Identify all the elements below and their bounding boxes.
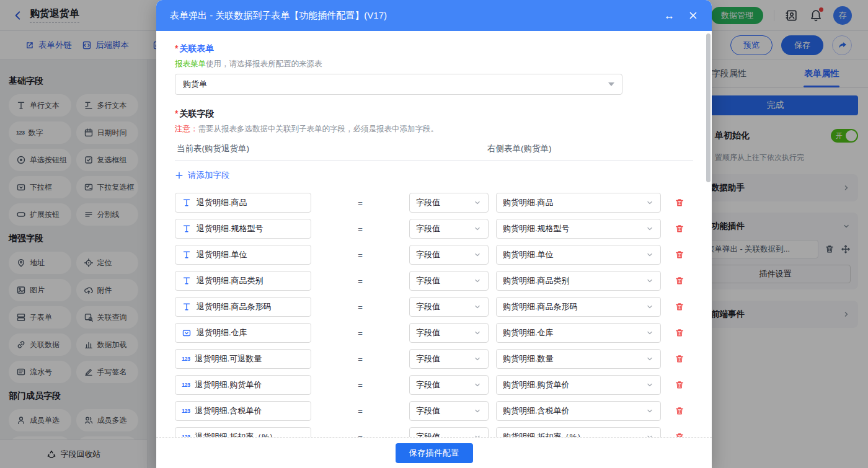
right-field-select[interactable]: 购货明细.数量 [496,349,661,369]
text-field-icon [182,276,192,286]
left-field-value: 退货明细.商品类别 [197,275,264,286]
delete-row-icon[interactable] [675,302,684,312]
text-field-icon [182,250,192,260]
field-mapping-row: 123 退货明细.购货单价 = 字段值 购货明细.购货单价 [175,375,693,395]
related-form-help: 报表菜单使用，请选择报表所配置的来源表 [175,59,693,69]
expand-icon[interactable]: ↔ [664,11,675,21]
right-field-select[interactable]: 购货明细.商品类别 [496,271,661,291]
chevron-down-icon [473,224,482,233]
equals-operator: = [311,276,409,286]
left-field-value: 退货明细.单位 [197,249,247,260]
left-field-input[interactable]: 退货明细.商品 [175,193,311,213]
value-type-select[interactable]: 字段值 [409,323,489,343]
modal-scrollbar-thumb[interactable] [706,33,711,182]
delete-row-icon[interactable] [675,354,684,364]
delete-row-icon[interactable] [675,328,684,338]
value-type-select[interactable]: 字段值 [409,401,489,421]
left-field-value: 退货明细.规格型号 [197,223,264,234]
chevron-down-icon [473,433,482,437]
right-field-select[interactable]: 购货明细.仓库 [496,323,661,343]
equals-operator: = [311,198,409,208]
value-type-select[interactable]: 字段值 [409,193,489,213]
right-field-select[interactable]: 购货明细.商品条形码 [496,297,661,317]
chevron-down-icon [473,198,482,207]
number-field-icon: 123 [182,408,190,414]
add-field-link[interactable]: 请添加字段 [175,170,230,181]
value-type-select[interactable]: 字段值 [409,349,489,369]
left-field-value: 退货明细.含税单价 [195,405,262,417]
close-icon[interactable] [688,11,698,20]
plus-icon [175,171,184,180]
save-plugin-config-button[interactable]: 保存插件配置 [396,443,473,463]
equals-operator: = [311,329,409,338]
left-field-input[interactable]: 退货明细.规格型号 [175,219,311,239]
field-mapping-row: 退货明细.单位 = 字段值 购货明细.单位 [175,245,693,265]
value-type-select[interactable]: 字段值 [409,375,489,395]
chevron-down-icon [473,381,482,389]
chevron-down-icon [473,407,482,415]
number-field-icon: 123 [182,356,190,362]
value-type-select[interactable]: 字段值 [409,219,489,239]
current-table-header: 当前表(购货退货单) [177,143,249,154]
right-field-select[interactable]: 购货明细.含税单价 [496,401,661,421]
text-field-icon [182,224,192,234]
right-field-select[interactable]: 购货明细.规格型号 [496,219,661,239]
chevron-down-icon [645,198,654,207]
delete-row-icon[interactable] [675,276,684,286]
delete-row-icon[interactable] [675,224,684,234]
left-field-value: 退货明细.商品条形码 [197,301,272,312]
value-type-select[interactable]: 字段值 [409,427,489,437]
source-form-select[interactable]: 购货单 [175,74,622,95]
equals-operator: = [311,224,409,234]
add-field-label: 请添加字段 [188,170,230,181]
equals-operator: = [311,433,409,438]
delete-row-icon[interactable] [675,432,684,437]
select-field-icon [182,328,192,338]
value-type-select[interactable]: 字段值 [409,245,489,265]
right-field-select[interactable]: 购货明细.单位 [496,245,661,265]
modal-title: 表单弹出 - 关联数据到子表单【功能插件配置】(V17) [170,10,664,22]
delete-row-icon[interactable] [675,406,684,416]
header-divider [175,160,693,161]
field-mapping-row: 123 退货明细.含税单价 = 字段值 购货明细.含税单价 [175,401,693,421]
value-type-select[interactable]: 字段值 [409,271,489,291]
chevron-down-icon [473,250,482,259]
field-mapping-row: 退货明细.商品类别 = 字段值 购货明细.商品类别 [175,271,693,291]
chevron-down-icon [473,302,482,311]
left-field-value: 退货明细.仓库 [197,327,247,338]
chevron-down-icon [473,329,482,337]
source-form-value: 购货单 [183,79,608,90]
chevron-down-icon [473,276,482,285]
required-asterisk: * [175,43,178,53]
left-field-input[interactable]: 退货明细.仓库 [175,323,311,343]
right-field-select[interactable]: 购货明细.购货单价 [496,375,661,395]
field-mapping-row: 退货明细.商品 = 字段值 购货明细.商品 [175,193,693,213]
left-field-input[interactable]: 123 退货明细.折扣率（%） [175,427,311,437]
related-fields-note: 注意：需要从报表多选数据中关联到子表单的字段，必须是报表中添加字段。 [175,124,693,135]
left-field-value: 退货明细.折扣率（%） [195,431,277,437]
equals-operator: = [311,407,409,416]
field-mapping-rows: 退货明细.商品 = 字段值 购货明细.商品 退货明细.规格型号 = 字段值 购货… [175,193,693,437]
app-root: 购货退货单 数据管理 存 表单外链 后端脚本 预览 保存 [0,0,868,468]
value-type-select[interactable]: 字段值 [409,297,489,317]
delete-row-icon[interactable] [675,380,684,390]
left-field-input[interactable]: 退货明细.商品条形码 [175,297,311,317]
left-field-input[interactable]: 123 退货明细.含税单价 [175,401,311,421]
delete-row-icon[interactable] [675,250,684,260]
equals-operator: = [311,302,409,312]
text-field-icon [182,198,192,208]
left-field-input[interactable]: 退货明细.单位 [175,245,311,265]
required-asterisk: * [175,108,178,118]
modal-header: 表单弹出 - 关联数据到子表单【功能插件配置】(V17) ↔ [156,0,712,31]
left-field-input[interactable]: 123 退货明细.可退数量 [175,349,311,369]
equals-operator: = [311,250,409,260]
left-field-input[interactable]: 123 退货明细.购货单价 [175,375,311,395]
right-field-select[interactable]: 购货明细.折扣率（%） [496,427,661,437]
right-field-select[interactable]: 购货明细.商品 [496,193,661,213]
chevron-down-icon [645,276,654,285]
caret-down-icon [608,82,614,86]
left-field-input[interactable]: 退货明细.商品类别 [175,271,311,291]
delete-row-icon[interactable] [675,198,684,208]
mapping-column-headers: 当前表(购货退货单) 右侧表单(购货单) [175,143,693,156]
chevron-down-icon [473,355,482,363]
